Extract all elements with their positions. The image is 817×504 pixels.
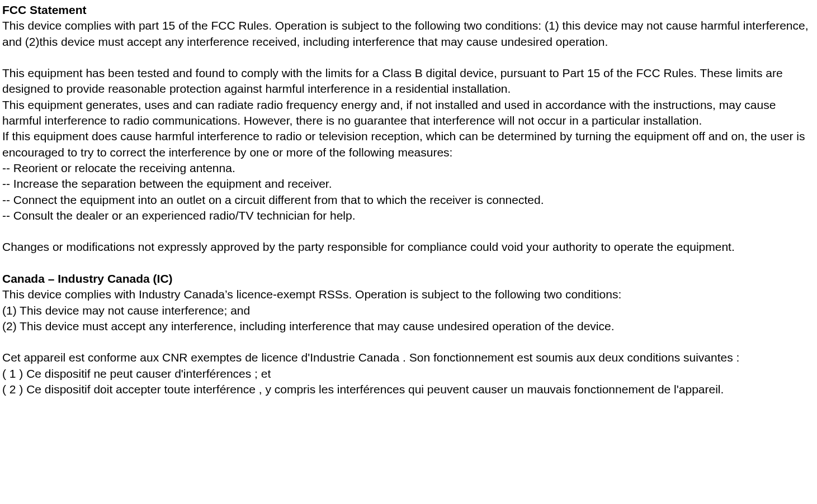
ic-paragraph-2-fr: Cet appareil est conforme aux CNR exempt…: [2, 350, 815, 365]
spacer: [2, 224, 815, 239]
fcc-bullet-4: -- Consult the dealer or an experienced …: [2, 208, 815, 224]
spacer: [2, 255, 815, 271]
spacer: [2, 50, 815, 65]
ic-condition-2: (2) This device must accept any interfer…: [2, 318, 815, 334]
fcc-paragraph-3: Changes or modifications not expressly a…: [2, 239, 815, 255]
fcc-bullet-1: -- Reorient or relocate the receiving an…: [2, 160, 815, 176]
fcc-paragraph-1: This device complies with part 15 of the…: [2, 18, 815, 50]
fcc-paragraph-2a: This equipment has been tested and found…: [2, 65, 815, 97]
ic-paragraph-1: This device complies with Industry Canad…: [2, 287, 815, 302]
fcc-heading: FCC Statement: [2, 2, 815, 18]
fcc-bullet-3: -- Connect the equipment into an outlet …: [2, 192, 815, 208]
ic-condition-1: (1) This device may not cause interferen…: [2, 303, 815, 318]
fcc-paragraph-2c: If this equipment does cause harmful int…: [2, 129, 815, 160]
ic-heading: Canada – Industry Canada (IC): [2, 271, 815, 287]
ic-condition-1-fr: ( 1 ) Ce dispositif ne peut causer d'int…: [2, 366, 815, 382]
ic-condition-2-fr: ( 2 ) Ce dispositif doit accepter toute …: [2, 382, 815, 397]
fcc-paragraph-2b: This equipment generates, uses and can r…: [2, 97, 815, 129]
fcc-bullet-2: -- Increase the separation between the e…: [2, 176, 815, 192]
spacer: [2, 334, 815, 350]
